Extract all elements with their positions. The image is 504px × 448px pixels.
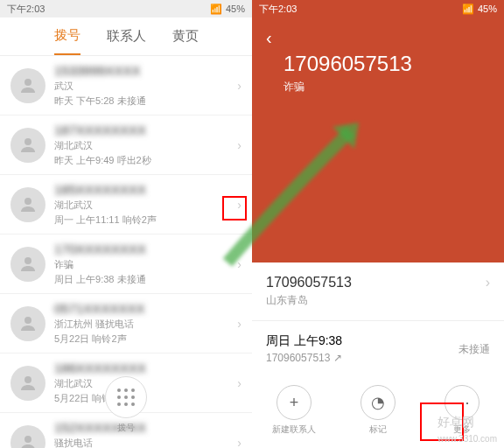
add-contact-button[interactable]: + 新建联系人 — [268, 385, 320, 436]
detail-header: ‹ 17096057513 诈骗 — [252, 18, 504, 262]
status-bar: 下午2:03 📶 45% — [0, 0, 252, 18]
avatar — [10, 187, 46, 222]
avatar — [10, 306, 46, 341]
svg-point-1 — [24, 138, 32, 145]
chevron-icon[interactable]: › — [237, 79, 242, 93]
avatar — [10, 68, 46, 103]
call-item[interactable]: 185XXXXXXXX湖北武汉周一 上午11:11 响铃2声 › — [0, 175, 252, 234]
call-item[interactable]: 1533999XXXX武汉昨天 下午5:28 未接通 › — [0, 56, 252, 116]
call-log-screen: 下午2:03 📶 45% 拨号 联系人 黄页 1533999XXXX武汉昨天 下… — [0, 0, 252, 448]
call-item[interactable]: 0571XXXXXXX浙江杭州 骚扰电话5月22日 响铃2声 › — [0, 294, 252, 354]
tab-dial[interactable]: 拨号 — [54, 18, 80, 55]
battery-pct: 45% — [226, 4, 245, 14]
chevron-icon[interactable]: › — [237, 138, 242, 152]
chevron-icon: › — [486, 275, 490, 290]
watermark: 好卓网www.3310.com — [438, 415, 497, 444]
dialpad-icon — [117, 388, 135, 406]
signal-icon: 📶 — [462, 4, 474, 15]
status-bar: 下午2:03 📶 45% — [252, 0, 504, 18]
plus-icon: + — [276, 385, 312, 420]
avatar — [10, 366, 46, 401]
svg-point-2 — [24, 198, 32, 205]
chevron-icon[interactable]: › — [237, 376, 242, 390]
signal-icon: 📶 — [210, 4, 222, 15]
chevron-icon[interactable]: › — [237, 317, 242, 331]
avatar — [10, 425, 46, 449]
avatar — [10, 247, 46, 282]
battery-pct: 45% — [478, 4, 497, 14]
avatar — [10, 128, 46, 163]
tab-contacts[interactable]: 联系人 — [107, 18, 146, 54]
phone-tag: 诈骗 — [284, 80, 490, 94]
svg-point-0 — [24, 79, 32, 86]
status-time: 下午2:03 — [259, 3, 297, 16]
back-icon[interactable]: ‹ — [266, 28, 272, 47]
svg-point-3 — [24, 257, 32, 264]
mark-icon: ◔ — [360, 385, 396, 420]
dialpad-button[interactable]: 拨号 — [102, 376, 150, 434]
call-record[interactable]: 周日 上午9:38 17096057513 ↗ 未接通 — [252, 321, 504, 377]
svg-point-6 — [24, 436, 32, 443]
call-item[interactable]: 187XXXXXXXX湖北武汉昨天 上午9:49 呼出2秒 › — [0, 116, 252, 175]
tab-yellow-pages[interactable]: 黄页 — [172, 18, 199, 54]
chevron-icon[interactable]: › — [237, 198, 242, 212]
chevron-icon[interactable]: › — [237, 257, 242, 271]
svg-point-5 — [24, 376, 32, 383]
mark-button[interactable]: ◔ 标记 — [352, 385, 404, 436]
tab-bar: 拨号 联系人 黄页 — [0, 18, 252, 56]
chevron-icon[interactable]: › — [237, 436, 242, 449]
phone-number: 17096057513 — [284, 52, 490, 76]
status-time: 下午2:03 — [7, 3, 45, 16]
call-item[interactable]: 170XXXXXXXX诈骗周日 上午9:38 未接通 › — [0, 234, 252, 294]
detail-info[interactable]: 17096057513 山东青岛 › — [252, 262, 504, 321]
call-detail-screen: 下午2:03 📶 45% ‹ 17096057513 诈骗 1709605751… — [252, 0, 504, 448]
svg-point-4 — [24, 317, 32, 324]
